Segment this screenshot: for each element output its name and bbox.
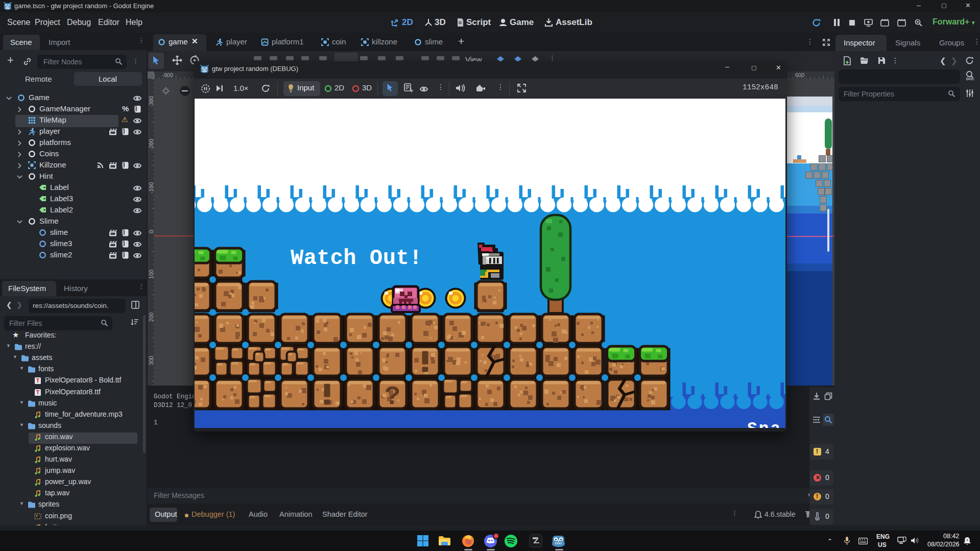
svg-text:Sna: Sna — [747, 420, 782, 428]
svg-text:?: ? — [385, 382, 400, 412]
svg-text:z: z — [967, 538, 968, 541]
svg-text:DOC: DOC — [966, 77, 974, 81]
svg-text:Watch Out!: Watch Out! — [291, 246, 422, 271]
